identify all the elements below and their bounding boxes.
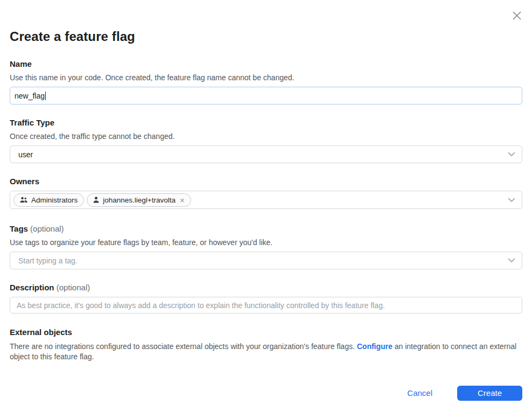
description-label-text: Description: [10, 283, 54, 292]
owners-label: Owners: [10, 177, 522, 186]
name-label: Name: [10, 59, 522, 68]
group-icon: [19, 196, 28, 204]
description-section: Description (optional): [10, 283, 522, 314]
external-objects-section: External objects There are no integratio…: [10, 328, 522, 361]
description-optional-text: (optional): [57, 283, 90, 292]
tags-label: Tags (optional): [10, 224, 522, 233]
external-objects-text-before: There are no integrations configured to …: [10, 342, 357, 351]
chip-remove-icon[interactable]: ×: [180, 196, 185, 204]
tags-placeholder: Start typing a tag.: [18, 256, 78, 265]
name-input[interactable]: new_flag: [10, 87, 522, 105]
owner-chip-user[interactable]: johannes.liegl+travolta ×: [87, 193, 191, 207]
traffic-type-select[interactable]: user: [10, 145, 522, 163]
chevron-down-icon: [508, 198, 515, 203]
cancel-button[interactable]: Cancel: [401, 385, 439, 401]
text-caret: [45, 92, 46, 100]
tags-optional-text: (optional): [30, 224, 64, 233]
description-label: Description (optional): [10, 283, 522, 292]
owners-multiselect[interactable]: Administrators johannes.liegl+travolta ×: [10, 191, 522, 209]
chevron-down-icon: [508, 258, 515, 263]
create-feature-flag-modal: Create a feature flag Name Use this name…: [0, 0, 532, 411]
owner-chip-label: johannes.liegl+travolta: [103, 196, 176, 204]
tags-label-text: Tags: [10, 224, 28, 233]
tags-select[interactable]: Start typing a tag.: [10, 252, 522, 269]
traffic-type-section: Traffic Type Once created, the traffic t…: [10, 118, 522, 163]
name-section: Name Use this name in your code. Once cr…: [10, 59, 522, 105]
configure-link[interactable]: Configure: [357, 342, 393, 351]
owner-chip-administrators[interactable]: Administrators: [13, 193, 84, 207]
external-objects-text: There are no integrations configured to …: [10, 342, 522, 361]
person-icon: [93, 196, 100, 204]
owner-chip-label: Administrators: [31, 196, 78, 204]
traffic-type-selected-value: user: [18, 150, 33, 159]
name-input-value: new_flag: [15, 92, 45, 100]
traffic-type-label: Traffic Type: [10, 118, 522, 127]
external-objects-label: External objects: [10, 328, 522, 337]
owners-section: Owners Administrators: [10, 177, 522, 209]
chevron-down-icon: [508, 152, 515, 157]
owners-chip-list: Administrators johannes.liegl+travolta ×: [13, 193, 191, 207]
traffic-type-helper: Once created, the traffic type cannot be…: [10, 132, 522, 141]
create-button[interactable]: Create: [457, 386, 522, 401]
name-helper: Use this name in your code. Once created…: [10, 73, 522, 82]
close-icon[interactable]: [510, 9, 524, 23]
close-x-glyph: [511, 10, 523, 22]
modal-footer: Cancel Create: [10, 385, 522, 401]
tags-section: Tags (optional) Use tags to organize you…: [10, 224, 522, 269]
tags-helper: Use tags to organize your feature flags …: [10, 238, 522, 247]
description-input[interactable]: [10, 297, 522, 314]
page-title: Create a feature flag: [10, 29, 522, 44]
